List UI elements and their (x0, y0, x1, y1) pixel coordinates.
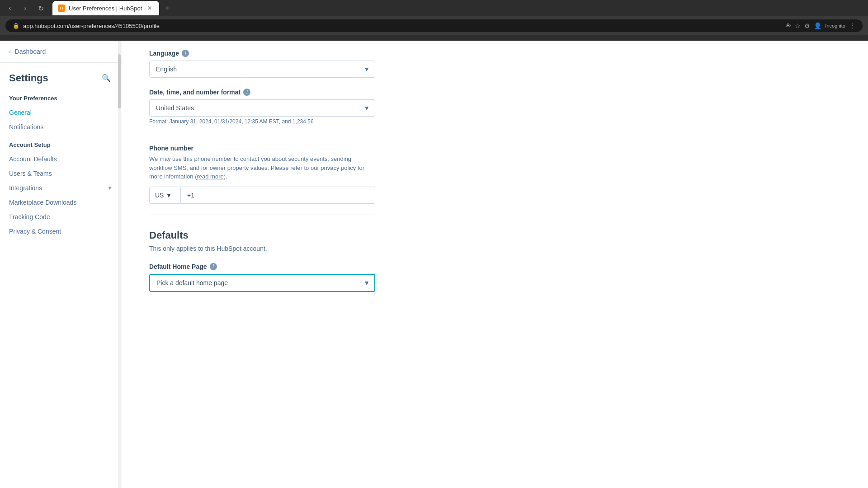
language-info-icon[interactable]: i (182, 50, 189, 57)
sidebar-item-label: Privacy & Consent (9, 228, 61, 235)
sidebar-item-integrations[interactable]: Integrations ▼ (0, 181, 122, 195)
search-icon[interactable]: 🔍 (100, 72, 113, 84)
section-divider (149, 215, 375, 215)
sidebar-section-your-preferences: Your Preferences (0, 88, 122, 105)
address-bar-row: 🔒 app.hubspot.com/user-preferences/45105… (0, 16, 868, 35)
date-time-select[interactable]: United States (149, 99, 375, 117)
sidebar-item-account-defaults[interactable]: Account Defaults (0, 152, 122, 166)
form-section: Language i English ▼ Date, time, and num… (149, 50, 375, 292)
settings-title: Settings (9, 72, 48, 84)
default-home-page-select[interactable]: Pick a default home page (149, 274, 375, 292)
sidebar-item-label: Notifications (9, 123, 43, 131)
url-text: app.hubspot.com/user-preferences/4510550… (23, 23, 160, 29)
sidebar-item-users-teams[interactable]: Users & Teams (0, 166, 122, 181)
phone-number-input[interactable] (181, 187, 375, 204)
forward-button[interactable]: › (19, 2, 32, 14)
address-bar-icons: 👁 ☆ ⚙ 👤 Incognito ⋮ (785, 22, 855, 29)
sidebar-item-privacy-consent[interactable]: Privacy & Consent (0, 224, 122, 239)
reload-button[interactable]: ↻ (34, 2, 47, 14)
browser-chrome: ‹ › ↻ H User Preferences | HubSpot ✕ + 🔒… (0, 0, 868, 41)
default-home-page-info-icon[interactable]: i (210, 263, 217, 270)
menu-icon[interactable]: ⋮ (849, 22, 855, 29)
sidebar-item-notifications[interactable]: Notifications (0, 120, 122, 134)
address-bar[interactable]: 🔒 app.hubspot.com/user-preferences/45105… (5, 19, 863, 32)
back-button[interactable]: ‹ (4, 2, 16, 14)
phone-description: We may use this phone number to contact … (149, 155, 375, 181)
extension-icon[interactable]: ⚙ (804, 22, 810, 29)
language-select-wrapper: English ▼ (149, 61, 375, 78)
language-select[interactable]: English (149, 61, 375, 78)
language-label: Language i (149, 50, 375, 57)
app-layout: ‹ Dashboard Settings 🔍 Your Preferences … (0, 41, 868, 488)
sidebar-item-label: General (9, 109, 32, 116)
tab-close-button[interactable]: ✕ (146, 4, 154, 12)
star-icon[interactable]: ☆ (795, 22, 801, 29)
read-more-link[interactable]: read more (197, 173, 223, 180)
default-home-page-select-wrapper: Pick a default home page ▼ (149, 274, 375, 292)
main-content: Language i English ▼ Date, time, and num… (122, 41, 868, 488)
sidebar-item-general[interactable]: General (0, 105, 122, 120)
incognito-label: Incognito (825, 23, 845, 28)
eye-slash-icon[interactable]: 👁 (785, 22, 791, 29)
user-icon[interactable]: 👤 (814, 22, 821, 29)
phone-number-label: Phone number (149, 145, 375, 152)
date-time-select-wrapper: United States ▼ (149, 99, 375, 117)
settings-header: Settings 🔍 (0, 63, 122, 88)
phone-input-row: US ▼ (149, 187, 375, 204)
defaults-heading: Defaults (149, 230, 375, 241)
sidebar-item-label: Users & Teams (9, 170, 52, 177)
dashboard-label: Dashboard (15, 48, 46, 55)
sidebar-item-label: Integrations (9, 184, 42, 192)
sidebar-item-label: Account Defaults (9, 155, 57, 163)
sidebar-item-label: Tracking Code (9, 213, 50, 221)
phone-country-arrow: ▼ (165, 192, 172, 199)
sidebar-item-tracking-code[interactable]: Tracking Code (0, 210, 122, 224)
sidebar: ‹ Dashboard Settings 🔍 Your Preferences … (0, 41, 122, 488)
new-tab-button[interactable]: + (161, 2, 173, 15)
sidebar-item-label: Marketplace Downloads (9, 199, 76, 206)
sidebar-scrollbar-thumb (118, 54, 121, 108)
chevron-right-icon: ▼ (107, 185, 113, 191)
sidebar-section-account-setup: Account Setup (0, 134, 122, 152)
phone-country-code: US (155, 192, 164, 199)
date-time-info-icon[interactable]: i (243, 89, 250, 96)
tab-bar: ‹ › ↻ H User Preferences | HubSpot ✕ + (0, 0, 868, 16)
chevron-left-icon: ‹ (9, 48, 11, 55)
tab-favicon: H (58, 5, 65, 12)
phone-country-select[interactable]: US ▼ (149, 187, 181, 204)
sidebar-item-marketplace-downloads[interactable]: Marketplace Downloads (0, 195, 122, 210)
active-tab[interactable]: H User Preferences | HubSpot ✕ (52, 1, 159, 15)
default-home-page-label: Default Home Page i (149, 263, 375, 270)
sidebar-scrollbar[interactable] (118, 41, 121, 488)
date-time-format-hint: Format: January 31, 2024, 01/31/2024, 12… (149, 118, 375, 125)
date-time-label: Date, time, and number format i (149, 89, 375, 96)
defaults-description: This only applies to this HubSpot accoun… (149, 245, 375, 252)
tab-title: User Preferences | HubSpot (69, 5, 142, 12)
dashboard-button[interactable]: ‹ Dashboard (0, 41, 122, 63)
